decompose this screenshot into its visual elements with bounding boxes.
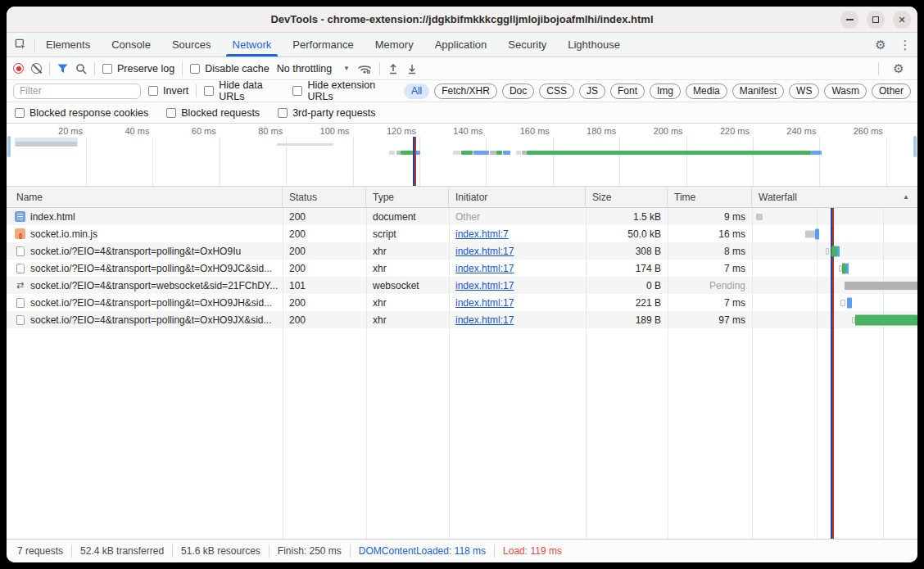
- initiator-link[interactable]: index.html:17: [455, 314, 514, 326]
- filter-pill-doc[interactable]: Doc: [502, 84, 534, 99]
- column-header-type[interactable]: Type: [366, 187, 449, 207]
- import-har-button[interactable]: [387, 63, 399, 75]
- disable-cache-label: Disable cache: [205, 63, 270, 75]
- upload-icon: [387, 63, 399, 75]
- initiator-link[interactable]: index.html:17: [455, 246, 514, 257]
- network-overview-timeline[interactable]: 20 ms40 ms60 ms80 ms100 ms120 ms140 ms16…: [7, 124, 917, 187]
- filter-pill-wasm[interactable]: Wasm: [824, 84, 867, 99]
- timeline-gridline: [553, 137, 554, 186]
- more-options-button[interactable]: ⋮: [893, 33, 917, 56]
- filter-pill-manifest[interactable]: Manifest: [732, 84, 784, 99]
- request-row[interactable]: index.html200documentOther1.5 kB9 ms: [7, 208, 917, 225]
- request-row[interactable]: socket.io/?EIO=4&transport=polling&t=OxH…: [7, 260, 917, 277]
- filter-input[interactable]: [13, 84, 141, 99]
- column-header-status[interactable]: Status: [283, 187, 366, 207]
- resource-type-filter-pills: AllFetch/XHRDocCSSJSFontImgMediaManifest…: [404, 84, 911, 99]
- hide-extension-urls-checkbox[interactable]: [292, 86, 302, 96]
- initiator-link[interactable]: index.html:17: [455, 280, 514, 291]
- filter-pill-js[interactable]: JS: [579, 84, 605, 99]
- column-header-name[interactable]: Name: [7, 187, 283, 207]
- initiator-cell: index.html:17: [449, 242, 586, 260]
- request-row[interactable]: socket.io/?EIO=4&transport=polling&t=OxH…: [7, 242, 917, 260]
- overview-request-bar: [473, 151, 489, 155]
- divider: [172, 544, 173, 558]
- network-conditions-button[interactable]: [357, 63, 372, 75]
- blocked-response-cookies-checkbox[interactable]: [15, 108, 25, 118]
- maximize-button[interactable]: [867, 11, 885, 29]
- minimize-button[interactable]: [840, 11, 858, 29]
- disable-cache-checkbox[interactable]: [190, 64, 200, 74]
- record-network-log-button[interactable]: [13, 63, 24, 74]
- initiator-cell: index.html:17: [449, 260, 586, 277]
- invert-label: Invert: [163, 85, 188, 97]
- preserve-log-checkbox[interactable]: [102, 64, 112, 74]
- filter-pill-fetchxhr[interactable]: Fetch/XHR: [434, 84, 497, 99]
- tab-security[interactable]: Security: [497, 33, 557, 56]
- filter-pill-font[interactable]: Font: [610, 84, 645, 99]
- timeline-gridline: [220, 137, 220, 186]
- throttling-value: No throttling: [277, 63, 332, 75]
- initiator-cell: Other: [449, 208, 586, 225]
- size-cell: 174 B: [586, 260, 668, 277]
- type-cell: xhr: [366, 242, 449, 260]
- tab-sources[interactable]: Sources: [161, 33, 222, 56]
- filter-pill-img[interactable]: Img: [650, 84, 681, 99]
- column-header-waterfall[interactable]: Waterfall▲: [752, 187, 917, 207]
- tab-application[interactable]: Application: [424, 33, 498, 56]
- requests-table-header: NameStatusTypeInitiatorSizeTimeWaterfall…: [7, 187, 917, 208]
- tab-lighthouse[interactable]: Lighthouse: [557, 33, 631, 56]
- hide-extension-urls-label: Hide extension URLs: [307, 79, 396, 102]
- size-cell: 50.0 kB: [586, 225, 668, 242]
- filter-pill-ws[interactable]: WS: [789, 84, 819, 99]
- filter-bar: Invert Hide data URLs Hide extension URL…: [7, 80, 917, 102]
- overview-request-bar: [516, 151, 521, 155]
- tab-network[interactable]: Network: [222, 33, 283, 56]
- request-row[interactable]: socket.io.min.js200scriptindex.html:750.…: [7, 225, 917, 242]
- filter-pill-other[interactable]: Other: [872, 84, 911, 99]
- initiator-link[interactable]: index.html:17: [455, 263, 514, 274]
- filter-pill-media[interactable]: Media: [686, 84, 727, 99]
- waterfall-bar-green: [831, 246, 837, 256]
- settings-button[interactable]: ⚙: [868, 33, 893, 56]
- clear-network-log-button[interactable]: [31, 63, 42, 74]
- tab-memory[interactable]: Memory: [365, 33, 424, 56]
- hide-data-urls-checkbox[interactable]: [204, 86, 214, 96]
- inspect-element-button[interactable]: [7, 33, 34, 56]
- network-settings-button[interactable]: ⚙: [886, 61, 911, 76]
- waterfall-bar-gray: [756, 214, 763, 220]
- tab-console[interactable]: Console: [101, 33, 161, 56]
- request-row[interactable]: socket.io/?EIO=4&transport=websocket&sid…: [7, 277, 917, 294]
- overview-left-handle[interactable]: [7, 136, 11, 157]
- waterfall-bar-blue: [815, 228, 819, 239]
- column-header-size[interactable]: Size: [586, 187, 668, 207]
- initiator-link[interactable]: index.html:17: [455, 297, 514, 309]
- export-har-button[interactable]: [406, 63, 418, 75]
- network-toolbar: Preserve log Disable cache No throttling…: [7, 57, 917, 80]
- hide-data-urls-control: Hide data URLs: [204, 79, 285, 102]
- request-name-cell: socket.io/?EIO=4&transport=polling&t=OxH…: [7, 242, 283, 260]
- request-row[interactable]: socket.io/?EIO=4&transport=polling&t=OxH…: [7, 311, 917, 328]
- column-header-time[interactable]: Time: [668, 187, 752, 207]
- blocked-requests-checkbox[interactable]: [166, 108, 176, 118]
- filter-toggle-button[interactable]: [57, 64, 68, 74]
- throttling-dropdown[interactable]: No throttling ▼: [277, 63, 350, 75]
- status-item: 7 requests: [17, 545, 63, 557]
- column-header-initiator[interactable]: Initiator: [449, 187, 586, 207]
- third-party-requests-checkbox[interactable]: [278, 108, 288, 118]
- overview-right-handle[interactable]: [913, 136, 917, 157]
- status-item: 52.4 kB transferred: [80, 545, 164, 557]
- divider: [269, 544, 270, 558]
- invert-checkbox[interactable]: [148, 86, 158, 96]
- close-button[interactable]: ✕: [893, 11, 911, 29]
- status-bar: 7 requests52.4 kB transferred51.6 kB res…: [7, 539, 917, 562]
- filter-pill-all[interactable]: All: [404, 84, 429, 99]
- title-bar[interactable]: DevTools - chrome-extension://jdgkbifmkk…: [7, 7, 917, 33]
- request-name-cell: socket.io/?EIO=4&transport=websocket&sid…: [7, 277, 283, 294]
- tab-performance[interactable]: Performance: [282, 33, 364, 56]
- filter-pill-css[interactable]: CSS: [539, 84, 574, 99]
- request-row[interactable]: socket.io/?EIO=4&transport=polling&t=OxH…: [7, 294, 917, 311]
- initiator-link[interactable]: index.html:7: [455, 228, 509, 240]
- search-button[interactable]: [75, 63, 87, 75]
- timeline-tick-label: 20 ms: [35, 126, 83, 136]
- tab-elements[interactable]: Elements: [35, 33, 101, 56]
